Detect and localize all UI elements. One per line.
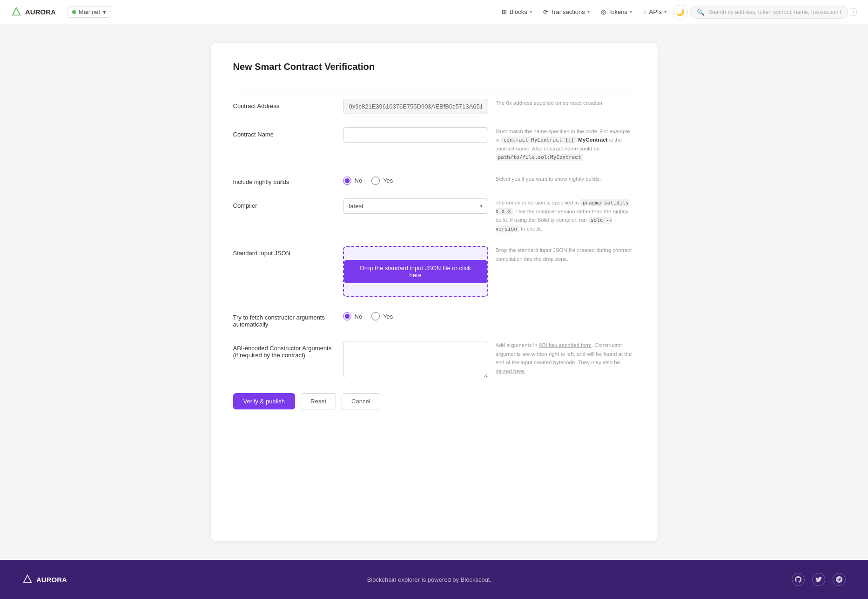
nightly-no-label: No <box>355 177 363 184</box>
keyboard-slash-hint: / <box>850 8 857 16</box>
contract-name-label: Contract Name <box>233 127 336 138</box>
nav-transactions[interactable]: ⟳ Transactions ▾ <box>538 6 594 18</box>
compiler-label: Compiler <box>233 198 336 209</box>
parsed-here-link[interactable]: parsed here. <box>496 368 526 374</box>
contract-address-input[interactable] <box>343 99 488 114</box>
nightly-yes-label: Yes <box>383 177 393 184</box>
fetch-constructor-yes-label: Yes <box>383 313 393 320</box>
nightly-yes-option[interactable]: Yes <box>371 177 393 185</box>
contract-name-code1: contract MyContract {;} <box>501 136 577 143</box>
contract-address-input-wrapper <box>343 99 488 114</box>
tokens-label: Tokens <box>608 8 627 15</box>
apis-chevron-icon: ▾ <box>664 9 666 14</box>
abi-arguments-textarea[interactable] <box>343 341 488 378</box>
standard-input-json-row: Standard Input JSON Drop the standard in… <box>233 246 635 297</box>
blocks-icon: ⊞ <box>502 8 507 15</box>
nav-tokens[interactable]: ◎ Tokens ▾ <box>596 6 637 18</box>
standard-input-json-hint: Drop the standard input JSON file create… <box>496 246 635 263</box>
compiler-hint-code1: pragma solidity X.X.X <box>496 199 629 215</box>
nightly-builds-hint: Select yes if you want to show nightly b… <box>496 175 635 183</box>
nav-links: ⊞ Blocks ▾ ⟳ Transactions ▾ ◎ Tokens ▾ ≡… <box>497 5 857 20</box>
apis-icon: ≡ <box>643 8 647 15</box>
transactions-label: Transactions <box>551 8 585 15</box>
theme-toggle[interactable]: 🌙 <box>673 5 688 20</box>
search-icon: 🔍 <box>697 8 705 16</box>
nightly-builds-row: Include nightly builds No Yes Select yes… <box>233 175 635 185</box>
page-title: New Smart Contract Verification <box>233 61 635 72</box>
fetch-constructor-radio-group: No Yes <box>343 310 488 320</box>
action-buttons-row: Verify & publish Reset Cancel <box>233 393 635 409</box>
nav-apis[interactable]: ≡ APIs ▾ <box>639 6 671 18</box>
cancel-button[interactable]: Cancel <box>342 393 380 409</box>
compiler-hint: The compiler version is specified in pra… <box>496 198 635 233</box>
search-input[interactable] <box>708 9 841 15</box>
telegram-icon[interactable] <box>833 573 846 586</box>
brand-name: AURORA <box>25 8 56 16</box>
nightly-yes-radio[interactable] <box>371 177 380 185</box>
verify-publish-button[interactable]: Verify & publish <box>233 393 296 409</box>
contract-name-row: Contract Name Must match the name specif… <box>233 127 635 162</box>
drop-zone[interactable]: Drop the standard input JSON file or cli… <box>343 246 488 297</box>
blocks-chevron-icon: ▾ <box>530 9 532 14</box>
main-content: New Smart Contract Verification Contract… <box>0 24 868 560</box>
moon-icon: 🌙 <box>676 8 685 16</box>
nightly-builds-label: Include nightly builds <box>233 175 336 185</box>
abi-hex-link[interactable]: ABI hex encoded form <box>538 342 592 348</box>
fetch-constructor-label: Try to fetch constructor arguments autom… <box>233 310 336 328</box>
fetch-constructor-no-label: No <box>355 313 363 320</box>
footer-brand: AURORA <box>22 574 67 585</box>
standard-input-json-label: Standard Input JSON <box>233 246 336 257</box>
footer: AURORA Blockchain explorer is powered by… <box>0 560 868 599</box>
drop-zone-button[interactable]: Drop the standard input JSON file or cli… <box>344 260 487 283</box>
contract-name-code2: path/to/file.sol:MyContract <box>496 154 584 161</box>
compiler-hint-code2: solc --version <box>496 217 612 232</box>
tokens-icon: ◎ <box>601 8 606 15</box>
compiler-select-wrapper: latest ▾ <box>343 198 488 214</box>
network-status-dot <box>72 10 76 14</box>
footer-social-icons <box>792 573 846 586</box>
title-divider <box>233 89 635 89</box>
navbar: AURORA Mainnet ▾ ⊞ Blocks ▾ ⟳ Transactio… <box>0 0 868 24</box>
nightly-no-radio[interactable] <box>343 177 351 185</box>
footer-brand-name: AURORA <box>36 576 67 584</box>
fetch-constructor-row: Try to fetch constructor arguments autom… <box>233 310 635 328</box>
reset-button[interactable]: Reset <box>301 393 336 409</box>
transactions-icon: ⟳ <box>543 8 548 15</box>
contract-name-input-wrapper <box>343 127 488 143</box>
abi-arguments-label: ABI-encoded Constructor Arguments (if re… <box>233 341 336 359</box>
contract-address-row: Contract Address The 0x address supplied… <box>233 99 635 114</box>
brand-logo[interactable]: AURORA <box>11 7 56 17</box>
network-chevron-icon: ▾ <box>103 8 106 15</box>
abi-arguments-hint: Add arguments in ABI hex encoded form. C… <box>496 341 635 375</box>
abi-arguments-input-wrapper <box>343 341 488 380</box>
footer-powered-by: Blockchain explorer is powered by Blocks… <box>367 576 491 583</box>
tokens-chevron-icon: ▾ <box>630 9 632 14</box>
fetch-constructor-yes-radio[interactable] <box>371 312 380 320</box>
nav-blocks[interactable]: ⊞ Blocks ▾ <box>497 6 536 18</box>
nightly-builds-radio-group: No Yes <box>343 175 488 185</box>
contract-name-input[interactable] <box>343 127 488 143</box>
contract-address-hint: The 0x address supplied on contract crea… <box>496 99 635 107</box>
network-label: Mainnet <box>79 8 100 15</box>
contract-name-hint: Must match the name specified in the cod… <box>496 127 635 162</box>
network-selector[interactable]: Mainnet ▾ <box>67 6 111 18</box>
twitter-icon[interactable] <box>812 573 825 586</box>
compiler-row: Compiler latest ▾ The compiler version i… <box>233 198 635 233</box>
contract-name-bold: MyContract <box>578 137 607 143</box>
compiler-select[interactable]: latest <box>343 198 488 214</box>
transactions-chevron-icon: ▾ <box>587 9 590 14</box>
apis-label: APIs <box>649 8 661 15</box>
verification-card: New Smart Contract Verification Contract… <box>211 43 658 541</box>
github-icon[interactable] <box>792 573 805 586</box>
search-bar[interactable]: 🔍 <box>690 6 848 19</box>
abi-arguments-row: ABI-encoded Constructor Arguments (if re… <box>233 341 635 380</box>
fetch-constructor-yes-option[interactable]: Yes <box>371 312 393 320</box>
nightly-no-option[interactable]: No <box>343 177 363 185</box>
blocks-label: Blocks <box>509 8 527 15</box>
fetch-constructor-no-radio[interactable] <box>343 312 351 320</box>
contract-address-label: Contract Address <box>233 99 336 109</box>
fetch-constructor-no-option[interactable]: No <box>343 312 363 320</box>
